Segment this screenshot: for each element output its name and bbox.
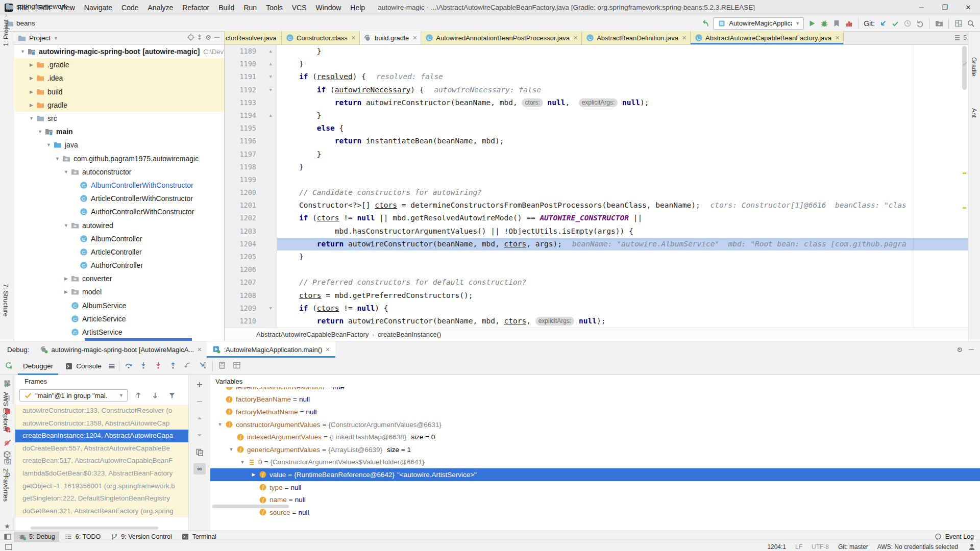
mute-breakpoints-icon[interactable]: [3, 438, 12, 447]
line-number[interactable]: 1191▼: [225, 70, 277, 83]
chevron-right-icon[interactable]: ▶: [27, 76, 36, 81]
variable-row-type[interactable]: ftype=null: [210, 481, 980, 494]
chevron-right-icon[interactable]: ▶: [27, 89, 36, 94]
rollback-icon[interactable]: [915, 19, 924, 28]
line-number[interactable]: 1201: [225, 199, 277, 212]
git-commit-icon[interactable]: [891, 19, 899, 28]
fold-marker-icon[interactable]: ▲: [270, 109, 272, 122]
sidebar-item-structure[interactable]: 7: Structure: [2, 284, 9, 317]
thread-selector[interactable]: "main"@1 in group "mai. ▼: [19, 389, 128, 402]
status-item[interactable]: UTF-8: [812, 543, 829, 550]
variable-row-source[interactable]: fsource=null: [210, 506, 980, 519]
fold-marker-icon[interactable]: ▲: [270, 58, 272, 70]
frame-row[interactable]: lambda$doGetBean$0:323, AbstractBeanFact…: [15, 467, 188, 480]
person-icon[interactable]: [967, 542, 976, 551]
sidebar-item-project[interactable]: 1: Project: [3, 19, 10, 46]
line-number[interactable]: 1206: [225, 263, 277, 276]
hide-panel-icon[interactable]: ─: [969, 345, 974, 354]
editor-gutter[interactable]: 1189▲1190▲1191▼1192▼11931194▲11951196119…: [225, 45, 277, 328]
grid-icon[interactable]: [3, 379, 11, 387]
frame-row[interactable]: doCreateBean:557, AbstractAutowireCapabl…: [15, 442, 188, 455]
star-icon[interactable]: ★: [3, 521, 11, 530]
scroll-up-icon[interactable]: [195, 414, 204, 423]
variable-row-factoryBeanName[interactable]: ffactoryBeanName=null: [210, 393, 980, 406]
code-editor[interactable]: 1189▲1190▲1191▼1192▼11931194▲11951196119…: [225, 45, 968, 328]
arrow-up-icon[interactable]: [134, 391, 142, 400]
menu-window[interactable]: Window: [311, 3, 346, 13]
hamburger-icon[interactable]: [108, 362, 116, 370]
chevron-down-icon[interactable]: ▼: [36, 129, 44, 134]
line-number[interactable]: 1193: [225, 96, 277, 109]
tab-debugger[interactable]: Debugger: [18, 358, 58, 375]
scroll-down-icon[interactable]: [195, 431, 204, 440]
frames-hscrollbar[interactable]: [31, 527, 158, 530]
tree-item-autoconstructor[interactable]: ▼autoconstructor: [14, 165, 224, 179]
breadcrumb-item[interactable]: springframework: [5, 2, 151, 11]
tree-item-autowired[interactable]: ▼autowired: [14, 218, 224, 232]
tree-item-.idea[interactable]: ▶.idea: [14, 71, 224, 85]
frame-row[interactable]: autowireConstructor:133, ConstructorReso…: [15, 405, 188, 417]
remove-watch-icon[interactable]: [195, 397, 204, 406]
layout-icon[interactable]: [233, 361, 241, 370]
tree-selected-row-partial[interactable]: [85, 338, 192, 341]
toolwindow-button-terminal[interactable]: Terminal: [177, 532, 220, 542]
menu-help[interactable]: Help: [346, 3, 370, 13]
tree-item-authorcontrollerwithconstructor[interactable]: CAuthorControllerWithConstructor: [14, 205, 224, 218]
hidden-tabs-icon[interactable]: [953, 33, 962, 42]
close-button[interactable]: ✕: [957, 0, 980, 15]
force-step-into-icon[interactable]: [154, 361, 163, 370]
chevron-right-icon[interactable]: ▶: [249, 472, 258, 477]
fold-marker-icon[interactable]: ▲: [270, 45, 272, 58]
run-to-cursor-icon[interactable]: [199, 361, 207, 370]
arrow-down-icon[interactable]: [151, 391, 159, 400]
sidebar-item-ant[interactable]: Ant: [970, 108, 977, 118]
breadcrumb-item[interactable]: AbstractAutowireCapableBeanFactory: [256, 331, 369, 338]
fold-marker-icon[interactable]: ▼: [270, 84, 272, 96]
breadcrumb-item[interactable]: createBeanInstance(): [378, 331, 441, 338]
close-icon[interactable]: ✕: [351, 35, 356, 41]
frame-row[interactable]: doGetBean:321, AbstractBeanFactory (org.…: [15, 505, 188, 518]
tree-item-java[interactable]: ▼java: [14, 138, 224, 152]
tree-item-authorcontroller[interactable]: CAuthorController: [14, 259, 224, 272]
tree-item-albumservice[interactable]: CAlbumService: [14, 299, 224, 312]
history-icon[interactable]: [903, 19, 912, 28]
recent-icon[interactable]: [935, 19, 943, 28]
line-number[interactable]: 1197: [225, 148, 277, 161]
frame-row[interactable]: createBeanInstance:1204, AbstractAutowir…: [15, 430, 188, 442]
frame-row[interactable]: createBean:517, AbstractAutowireCapableB…: [15, 455, 188, 467]
menu-run[interactable]: Run: [239, 3, 261, 13]
editor-tab-abstractbeandefinition-java[interactable]: CAbstractBeanDefinition.java✕: [582, 31, 691, 44]
editor-tab-autowiredannotationbeanpostprocessor-java[interactable]: CAutowiredAnnotationBeanPostProcessor.ja…: [421, 31, 582, 44]
drop-frame-icon[interactable]: [184, 361, 192, 370]
chevron-down-icon[interactable]: ▼: [62, 169, 70, 174]
fold-marker-icon[interactable]: ▼: [270, 302, 272, 315]
line-number[interactable]: 1194▲: [225, 109, 277, 122]
status-item[interactable]: AWS: No credentials selected: [877, 543, 958, 550]
line-number[interactable]: 1209▼: [225, 302, 277, 315]
chevron-down-icon[interactable]: ▼: [27, 116, 36, 121]
menu-build[interactable]: Build: [214, 3, 239, 13]
menu-vcs[interactable]: VCS: [287, 3, 311, 13]
tree-item-autowiring-magic-spring-boot[interactable]: ▼autowiring-magic-spring-boot[autowire-m…: [14, 45, 224, 58]
toolwindow-button-6-todo[interactable]: 6: TODO: [60, 532, 105, 542]
rerun-icon[interactable]: [4, 361, 13, 370]
chevron-right-icon[interactable]: ▶: [27, 62, 36, 67]
chevron-down-icon[interactable]: ▼: [62, 223, 70, 228]
editor-scrollbar[interactable]: ✔: [961, 45, 968, 328]
chevron-down-icon[interactable]: ▼: [53, 156, 62, 161]
close-icon[interactable]: ✕: [835, 35, 840, 41]
tree-item-articlecontrollerwithconstructor[interactable]: CArticleControllerWithConstructor: [14, 192, 224, 205]
run-configuration-selector[interactable]: AutowireMagicApplication▼: [713, 17, 804, 30]
sidebar-item-gradle[interactable]: Gradle: [970, 57, 977, 77]
variable-row-name[interactable]: fname=null: [210, 493, 980, 506]
tab-console[interactable]: Console: [59, 358, 107, 375]
status-item[interactable]: LF: [795, 543, 802, 550]
line-number[interactable]: 1205: [225, 251, 277, 263]
evaluate-icon[interactable]: [218, 361, 227, 370]
line-number[interactable]: 1198: [225, 161, 277, 173]
menu-refactor[interactable]: Refactor: [178, 3, 214, 13]
variable-row-factoryMethodName[interactable]: ffactoryMethodName=null: [210, 406, 980, 418]
search-icon[interactable]: [966, 19, 975, 28]
funnel-icon[interactable]: [167, 391, 176, 400]
debug-bug-icon[interactable]: [820, 19, 828, 28]
